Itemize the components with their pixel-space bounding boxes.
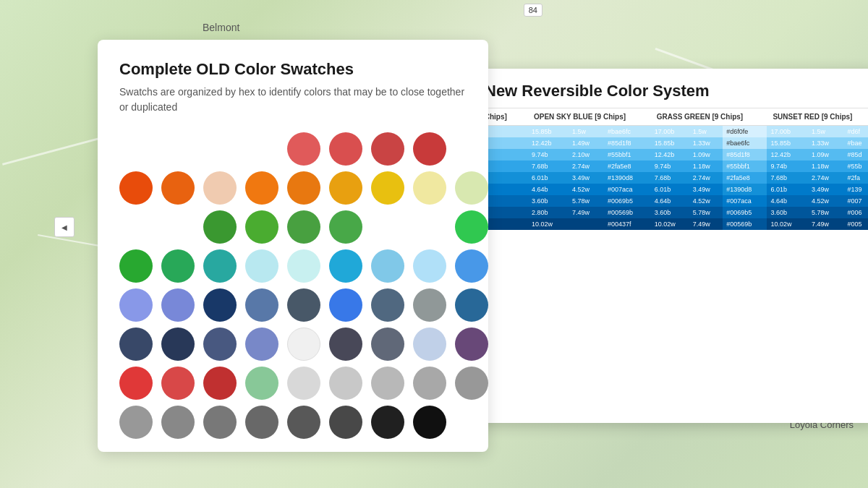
swatch-gray-3 (371, 367, 404, 400)
color-system-table: [9 Chips] OPEN SKY BLUE [9 Chips] GRASS … (470, 108, 868, 230)
col-header-4: SUNSET RED [9 Chips] (767, 108, 868, 126)
swatch-row-7 (119, 367, 467, 400)
swatch-orange-3 (245, 171, 278, 205)
swatch-row-6 (119, 328, 467, 361)
right-panel-title: New Reversible Color System (470, 69, 868, 108)
swatch-gray-8 (161, 406, 195, 439)
swatch-black-1 (413, 406, 446, 439)
swatches-grid (119, 132, 467, 439)
swatch-row-5 (119, 288, 467, 322)
swatch-blue-6 (161, 288, 195, 322)
table-row: 70 3.60b5.78w #0069b5 4.64b4.52w #007aca… (470, 195, 868, 207)
swatch-red-2 (329, 132, 362, 166)
swatch-darkgray-1 (329, 328, 362, 361)
swatch-darkgray-3 (329, 406, 362, 439)
col-header-3: GRASS GREEN [9 Chips] (651, 108, 767, 126)
table-row: 20 12.42b1.49w #85d1f8 15.85b1.33w #bae6… (470, 137, 868, 149)
swatch-gray-1 (413, 288, 446, 322)
cell-val: 1.5w (569, 126, 604, 138)
swatch-orange-1 (119, 171, 153, 205)
table-header-row: [9 Chips] OPEN SKY BLUE [9 Chips] GRASS … (470, 108, 868, 126)
swatch-blue-1 (329, 249, 362, 283)
cell-hex: #d6f0fe (723, 126, 767, 138)
swatch-row-8 (119, 406, 467, 439)
cell-val: 17.00b (767, 126, 808, 138)
swatch-blue-2 (371, 249, 404, 283)
swatch-green-5 (329, 210, 362, 244)
scroll-button[interactable]: ◀ (54, 217, 75, 237)
swatch-lightgray-1 (287, 367, 320, 400)
color-swatches-panel: Complete OLD Color Swatches Swatchs are … (98, 40, 488, 452)
swatch-white-1 (287, 328, 320, 361)
swatch-peach-1 (203, 171, 237, 205)
swatch-blue-3 (413, 249, 446, 283)
swatch-green-2 (203, 210, 237, 244)
cell-val: 1.5w (808, 126, 843, 138)
swatch-amber-1 (329, 171, 362, 205)
swatch-green-6 (455, 210, 488, 244)
swatch-darkgray-2 (371, 328, 404, 361)
cell-val: 1.5w (689, 126, 723, 138)
swatch-navy-1 (203, 288, 237, 322)
swatch-red-3 (371, 132, 404, 166)
swatch-red-1 (287, 132, 320, 166)
swatch-gray-2 (329, 367, 362, 400)
swatch-gray-11 (287, 406, 320, 439)
table-row: 60 4.64b4.52w #007aca 6.01b3.49w #1390d8… (470, 184, 868, 195)
map-route-badge: 84 (524, 4, 542, 17)
swatch-lime-2 (455, 171, 488, 205)
table-row: 40 7.68b2.74w #2fa5e8 9.74b1.18w #55bbf1… (470, 160, 868, 172)
swatch-purple-1 (455, 328, 488, 361)
swatch-gray-7 (119, 406, 153, 439)
swatch-slate-1 (287, 288, 320, 322)
swatch-gray-4 (413, 367, 446, 400)
swatch-blue-4 (455, 249, 488, 283)
swatch-row-1 (119, 132, 467, 166)
swatch-green-8 (119, 249, 153, 283)
swatch-yellow-1 (371, 171, 404, 205)
swatch-sky-1 (245, 249, 278, 283)
swatch-red-4 (413, 132, 446, 166)
swatch-indigo-1 (203, 328, 237, 361)
color-system-panel: New Reversible Color System [9 Chips] OP… (470, 69, 868, 423)
table-row: 10 15.85b 1.5w #bae6fc 17.00b 1.5w #d6f0… (470, 126, 868, 138)
cell-val: 17.00b (651, 126, 689, 138)
table-row: 50 6.01b3.49w #1390d8 7.68b2.74w #2fa5e8… (470, 172, 868, 184)
swatch-slate-2 (371, 288, 404, 322)
swatch-red-5 (119, 367, 153, 400)
panel-title: Complete OLD Color Swatches (119, 60, 467, 79)
cell-hex: #bae6fc (604, 126, 651, 138)
table-row: 80 2.80b7.49w #00569b 3.60b5.78w #0069b5… (470, 207, 868, 218)
swatch-row-2 (119, 171, 467, 205)
swatch-gray-5 (455, 367, 488, 400)
swatch-periwinkle-1 (245, 328, 278, 361)
swatch-row-4 (119, 249, 467, 283)
swatch-green-4 (287, 210, 320, 244)
swatch-teal-2 (203, 249, 237, 283)
swatch-blue-7 (245, 288, 278, 322)
swatch-blue-8 (329, 288, 362, 322)
swatch-sky-2 (287, 249, 320, 283)
col-header-2: OPEN SKY BLUE [9 Chips] (528, 108, 651, 126)
swatch-orange-4 (287, 171, 320, 205)
swatch-orange-2 (161, 171, 195, 205)
swatch-red-6 (161, 367, 195, 400)
swatch-gray-10 (245, 406, 278, 439)
swatch-nearblack-1 (371, 406, 404, 439)
map-city-label: Belmont (203, 22, 239, 33)
table-row: 30 9.74b2.10w #55bbf1 12.42b1.09w #85d1f… (470, 149, 868, 160)
swatch-navy-3 (161, 328, 195, 361)
swatch-blue-5 (119, 288, 153, 322)
swatch-row-3 (119, 210, 467, 244)
swatch-blue-9 (455, 288, 488, 322)
swatch-mintgreen-1 (245, 367, 278, 400)
swatch-lime-1 (413, 171, 446, 205)
swatch-green-3 (245, 210, 278, 244)
cell-hex: #d6f (843, 126, 868, 138)
swatch-darkred-1 (203, 367, 237, 400)
swatch-teal-1 (161, 249, 195, 283)
swatch-gray-9 (203, 406, 237, 439)
swatch-navy-2 (119, 328, 153, 361)
cell-val: 15.85b (528, 126, 569, 138)
panel-subtitle: Swatchs are organized by hex to identify… (119, 85, 467, 115)
